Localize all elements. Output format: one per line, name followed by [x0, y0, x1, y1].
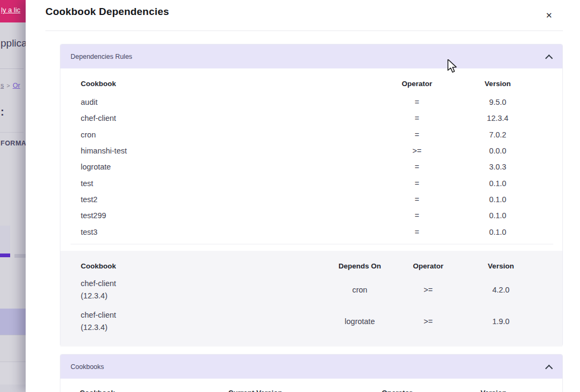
operator-value: = [382, 211, 452, 220]
table-row: cron = 7.0.2 [60, 127, 562, 143]
version-value: 7.0.2 [452, 130, 543, 139]
table-row [0, 362, 26, 385]
cookbook-name: cron [81, 130, 382, 139]
cookbook-name-line: chef-client [81, 309, 327, 321]
page-heading-fragment: pplica [1, 37, 26, 49]
inactive-tab-indicator [14, 254, 26, 258]
table-row: audit = 9.5.0 [60, 94, 562, 110]
table-row: test299 = 0.1.0 [60, 207, 562, 224]
version-value: 0.1.0 [452, 211, 543, 220]
table-header-row: Cookbook Operator Version [60, 68, 562, 91]
active-tab-indicator [0, 253, 10, 257]
version-value: 12.3.4 [452, 114, 543, 122]
version-value: 1.9.0 [463, 317, 538, 326]
column-header-cookbook: Cookbook [81, 262, 327, 270]
cookbooks-header[interactable]: Cookbooks [60, 355, 562, 379]
table-row [0, 385, 26, 392]
cookbook-name: test3 [81, 228, 382, 236]
column-header-version: Version [481, 389, 507, 392]
operator-value: = [382, 195, 452, 204]
close-icon[interactable]: ✕ [543, 10, 555, 21]
table-row: logrotate = 3.0.3 [60, 159, 562, 175]
operator-value: = [382, 98, 452, 106]
cookbook-name: logrotate [81, 163, 382, 171]
table-row: chef-client(12.3.4) logrotate >= 1.9.0 [60, 306, 562, 336]
cookbook-name: chef-client [81, 114, 382, 122]
cookbook-name: audit [81, 98, 382, 106]
divider [0, 335, 26, 335]
cookbook-name: test2 [81, 195, 382, 204]
column-header-version: Version [463, 262, 538, 270]
heading-colon-fragment: : [1, 106, 4, 118]
column-header-current-version: Current Version [228, 389, 282, 392]
cookbook-name: test299 [81, 211, 382, 220]
column-header-operator: Operator [393, 262, 463, 270]
modal-title: Cookbook Dependencies [45, 6, 169, 18]
cookbook-name: chef-client(12.3.4) [81, 309, 327, 334]
column-header-operator: Operator [382, 389, 412, 392]
version-value: 4.2.0 [463, 286, 538, 294]
operator-value: >= [393, 286, 463, 294]
divider [71, 244, 553, 244]
rules-table: Cookbook Operator Version audit = 9.5.0 … [60, 68, 562, 240]
divider [0, 132, 24, 133]
column-header-version: Version [452, 80, 543, 88]
operator-value: >= [382, 147, 452, 155]
table-row: himanshi-test >= 0.0.0 [60, 143, 562, 159]
operator-value: = [382, 163, 452, 171]
breadcrumb-link: Or [13, 82, 20, 89]
tab-panel-fragment [0, 226, 10, 254]
version-value: 9.5.0 [452, 98, 543, 106]
operator-value: = [382, 179, 452, 188]
breadcrumb-separator-icon: > [6, 82, 10, 89]
dependencies-rules-section: Dependencies Rules Cookbook Operator Ver… [60, 44, 563, 347]
table-row: test2 = 0.1.0 [60, 191, 562, 207]
section-title: Cookbooks [71, 363, 104, 371]
cookbook-version-line: (12.3.4) [81, 290, 327, 302]
depends-on-value: cron [327, 286, 393, 294]
operator-value: = [382, 114, 452, 122]
table-row: test3 = 0.1.0 [60, 224, 562, 240]
column-header-operator: Operator [382, 80, 452, 88]
cookbook-name-line: chef-client [81, 278, 327, 290]
screen: ly a lic pplica s>Or : FORMA Cookbook De… [0, 0, 580, 392]
cookbook-name: test [81, 179, 382, 188]
divider [45, 30, 563, 31]
version-value: 0.0.0 [452, 147, 543, 155]
table-row: chef-client = 12.3.4 [60, 110, 562, 126]
cookbook-version-line: (12.3.4) [81, 321, 327, 334]
column-header-cookbook: Cookbook [80, 389, 115, 392]
divider [0, 68, 24, 69]
table-header-row: Cookbook Depends On Operator Version [60, 251, 562, 273]
table-row: test = 0.1.0 [60, 175, 562, 191]
version-value: 0.1.0 [452, 228, 543, 236]
operator-value: = [382, 130, 452, 139]
cookbook-name: himanshi-test [81, 147, 382, 155]
section-title: Dependencies Rules [71, 53, 132, 60]
constraints-table: Cookbook Depends On Operator Version che… [60, 251, 562, 347]
cookbooks-table: Cookbook Current Version Operator Versio… [60, 379, 562, 392]
background-page: ly a lic pplica s>Or : FORMA [0, 0, 26, 392]
version-value: 3.0.3 [452, 163, 543, 171]
chevron-up-icon[interactable] [545, 364, 553, 372]
dependencies-rules-header[interactable]: Dependencies Rules [60, 44, 562, 68]
table-row: chef-client(12.3.4) cron >= 4.2.0 [60, 273, 562, 306]
cookbook-dependencies-modal: Cookbook Dependencies ✕ Dependencies Rul… [26, 0, 580, 392]
chevron-up-icon[interactable] [545, 54, 553, 62]
details-tab-fragment: FORMA [1, 140, 26, 147]
version-value: 0.1.0 [452, 179, 543, 188]
version-value: 0.1.0 [452, 195, 543, 204]
column-header-cookbook: Cookbook [81, 80, 382, 88]
column-header-depends-on: Depends On [327, 262, 393, 270]
operator-value: = [382, 228, 452, 236]
selected-table-row [0, 309, 26, 335]
apply-license-link: ly a lic [1, 6, 20, 14]
cookbook-name: chef-client(12.3.4) [81, 278, 327, 302]
breadcrumb-prefix: s [1, 82, 4, 89]
operator-value: >= [393, 317, 463, 326]
depends-on-value: logrotate [327, 317, 393, 326]
cookbooks-section: Cookbooks Cookbook Current Version Opera… [60, 354, 563, 392]
breadcrumb: s>Or [1, 82, 20, 89]
